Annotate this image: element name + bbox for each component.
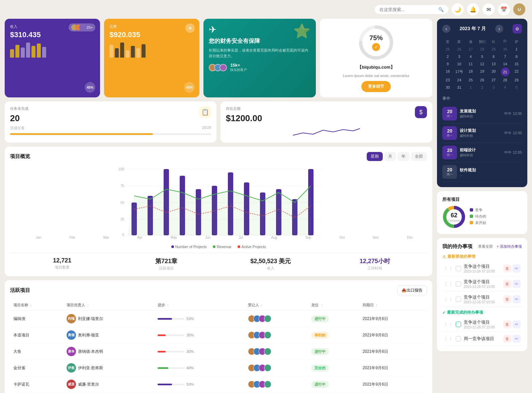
tab-year[interactable]: 年: [397, 152, 410, 161]
svg-text:100: 100: [118, 167, 124, 171]
todo-actions-2: 🗑 ✏: [503, 280, 521, 288]
progress-circle: 75% ✓: [358, 24, 394, 61]
tab-month[interactable]: 月: [384, 152, 396, 161]
event-date-1: 20 周一: [442, 107, 457, 121]
project-overview-title: 项目概览: [10, 153, 30, 160]
todo-delete-done-2[interactable]: 🗑: [503, 335, 511, 343]
tab-all[interactable]: 全部: [411, 152, 427, 161]
todo-section: 我的待办事项 查看全部 + 添加待办事项 ⚠最新要做的事情 ⋮⋮ 竞争这个项目 …: [437, 238, 527, 351]
tasks-card: 📋 任务未完成 20 完成任务 20/28: [5, 101, 216, 143]
avatar[interactable]: U: [513, 3, 525, 15]
expense-label: 花费: [109, 24, 194, 29]
todo-item-done-2: ⋮⋮ 周一竞争该项目 🗑 ✏: [442, 332, 522, 346]
todo-edit-3[interactable]: ✏: [513, 295, 521, 303]
todo-check-done-1[interactable]: [456, 322, 461, 327]
cell-manager: 伊愈 伊利亚·愈将斯: [63, 360, 154, 376]
cell-assignees: [245, 343, 308, 360]
col-progress[interactable]: 进步 ↕: [154, 300, 244, 311]
table-row: 本道项目 奥顿 奥利弗·顿亚 30% 停归的 2021年9月6日: [10, 327, 427, 343]
more-detail-button[interactable]: 更多细节: [361, 81, 391, 92]
active-projects-header: 活跃项目 📤出口报告: [10, 286, 427, 295]
col-due[interactable]: 到期日 ↕: [359, 300, 427, 311]
todo-actions-done-2: 🗑 ✏: [503, 335, 521, 343]
event-time-3: 中午 12:05: [504, 150, 522, 155]
todo-check-3[interactable]: [456, 297, 461, 302]
small-cards-row: 📋 任务未完成 20 完成任务 20/28 $ 存款总额 $1200.00: [5, 101, 432, 143]
events-title: 事件: [442, 96, 522, 101]
cell-progress: 30%: [154, 327, 244, 343]
revenue-pct: 45%: [85, 82, 95, 93]
bell-icon[interactable]: 🔔: [467, 3, 479, 15]
cal-prev-btn[interactable]: ‹: [442, 25, 450, 33]
events-section: 事件 20 周一 发展规划 威特科技 中午 12:05 20: [442, 96, 522, 182]
calendar-header: ‹ 2023 年 7 月 › ⚙: [442, 24, 522, 33]
dollar-icon: $: [415, 106, 427, 118]
todo-edit-done-2[interactable]: ✏: [513, 335, 521, 343]
todo-check-2[interactable]: [456, 281, 461, 287]
todo-item-done-1: ⋮⋮ 竞争这个项目 2023-12-26 07:15:00 🗑 ✏: [442, 317, 522, 332]
col-name[interactable]: 项目名称 ↕: [10, 300, 63, 311]
active-projects-table: 项目名称 ↕ 项目负责人 ↕ 进步 ↕ 受让人 ↕ 龙位 ↕ 到期日 ↕ 编辑侠…: [10, 300, 427, 393]
progress-pct-text: 75% ✓: [369, 34, 383, 51]
stat-active-projects: 第721章 活跃项目: [114, 257, 219, 271]
event-item-4: 20 周一 软件规划 ...: [442, 162, 522, 182]
legend-projects: Number of Projects: [171, 245, 207, 249]
cell-due: 2021年9月6日: [359, 311, 427, 327]
cal-settings-btn[interactable]: ⚙: [513, 24, 522, 33]
todo-check-done-2[interactable]: [456, 336, 461, 341]
todo-delete-2[interactable]: 🗑: [503, 280, 511, 288]
revenue-card: 收入 $310.435 25+: [5, 19, 100, 97]
cell-name: 卡萨诺瓦: [10, 376, 63, 393]
tab-week[interactable]: 星期: [367, 152, 383, 161]
todo-delete-1[interactable]: 🗑: [503, 264, 511, 272]
todo-title: 我的待办事项: [442, 243, 472, 250]
todo-check-1[interactable]: [456, 266, 461, 271]
cell-status: 停归的: [308, 327, 359, 343]
todo-actions-1: 🗑 ✏: [503, 264, 521, 272]
todo-edit-done-1[interactable]: ✏: [513, 320, 521, 328]
todo-delete-done-1[interactable]: 🗑: [503, 320, 511, 328]
calendar-icon[interactable]: 📅: [498, 3, 510, 15]
cell-due: 2021年9月6日: [359, 376, 427, 393]
cell-progress: 53%: [154, 311, 244, 327]
teal-avatar-stack: [209, 64, 227, 71]
expense-bars: [109, 43, 194, 58]
cell-progress: 53%: [154, 376, 244, 393]
todo-delete-3[interactable]: 🗑: [503, 295, 511, 303]
search-input[interactable]: [379, 7, 436, 12]
moon-icon[interactable]: 🌙: [452, 3, 464, 15]
todo-urgent-label: ⚠最新要做的事情: [442, 254, 522, 259]
revenue-bars: [10, 43, 95, 58]
search-box[interactable]: 🔍: [375, 5, 448, 14]
cal-next-btn[interactable]: ›: [495, 25, 503, 33]
tab-group: 星期 月 年 全部: [367, 152, 427, 161]
calendar-week-2: 2 3 4 5 6 7 8: [442, 53, 522, 60]
col-status[interactable]: 龙位 ↕: [308, 300, 359, 311]
col-assignee[interactable]: 受让人 ↕: [245, 300, 308, 311]
progress-domain: 【biqubiqu.com】: [357, 64, 394, 70]
task-icon: 📋: [199, 106, 211, 118]
topbar: 🔍 🌙 🔔 ✉ 📅 U: [0, 0, 532, 19]
todo-add[interactable]: + 添加待办事项: [497, 244, 522, 249]
cell-manager: 利瑞 利亚娜·瑞查尔: [63, 311, 154, 327]
savings-label: 存款总额: [226, 106, 427, 111]
stat-project-count: 12,721 项目数量: [10, 257, 114, 271]
todo-edit-2[interactable]: ✏: [513, 280, 521, 288]
calendar-week-6: 30 31 1 2 3 4 5: [442, 84, 522, 91]
event-date-2: 20 周一: [442, 126, 457, 140]
project-overview-header: 项目概览 星期 月 年 全部: [10, 152, 427, 161]
export-button[interactable]: 📤出口报告: [397, 286, 427, 295]
calendar-card: ‹ 2023 年 7 月 › ⚙ 苏 莫 途 我们 社 Fr 萨 25 26 2…: [437, 19, 527, 187]
top-cards-row: 收入 $310.435 25+: [5, 19, 432, 97]
tasks-label: 任务未完成: [10, 106, 211, 111]
table-row: 大鱼 唐本 唐纳德·本杰明 30% 进行中 2021年9月6日: [10, 343, 427, 360]
all-projects-content: 62 Compete 竞争 待办的: [442, 205, 486, 229]
mail-icon[interactable]: ✉: [482, 3, 495, 15]
cell-manager: 奥顿 奥利弗·顿亚: [63, 327, 154, 343]
todo-edit-1[interactable]: ✏: [513, 264, 521, 272]
todo-view-all[interactable]: 查看全部: [478, 244, 493, 249]
cell-manager: 威里 威廉·里查尔: [63, 376, 154, 393]
expense-amount: $920.035: [109, 30, 194, 39]
cell-manager: 唐本 唐纳德·本杰明: [63, 343, 154, 360]
col-manager[interactable]: 项目负责人 ↕: [63, 300, 154, 311]
